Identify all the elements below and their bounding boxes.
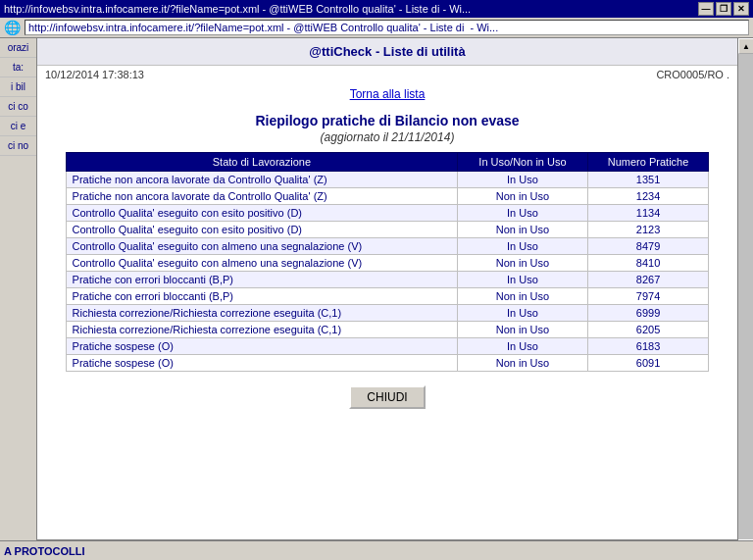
cell-stato: Controllo Qualita' eseguito con almeno u… <box>66 238 458 255</box>
cell-stato: Pratiche non ancora lavorate da Controll… <box>66 172 458 188</box>
back-link[interactable]: Torna alla lista <box>350 87 426 101</box>
data-table: Stato di Lavorazione In Uso/Non in Uso N… <box>66 152 710 372</box>
sidebar-item-ibil[interactable]: i bil <box>0 77 36 97</box>
cell-numero: 8410 <box>587 255 709 272</box>
sidebar-item-cico[interactable]: ci co <box>0 97 36 117</box>
table-row: Controllo Qualita' eseguito con esito po… <box>66 205 709 222</box>
cell-stato: Pratiche sospese (O) <box>66 355 458 372</box>
table-row: Controllo Qualita' eseguito con esito po… <box>66 222 709 238</box>
left-sidebar: orazi ta: i bil ci co ci e ci no <box>0 38 37 555</box>
cell-uso: Non in Uso <box>458 288 587 305</box>
link-bar: Torna alla lista <box>37 83 737 105</box>
sidebar-item-cino[interactable]: ci no <box>0 136 36 156</box>
minimize-button[interactable]: — <box>698 2 714 16</box>
window-controls: — ❐ ✕ <box>698 2 749 16</box>
page-title: Riepilogo pratiche di Bilancio non evase <box>37 105 737 130</box>
cell-stato: Pratiche sospese (O) <box>66 338 458 355</box>
inner-content[interactable]: Torna alla lista Riepilogo pratiche di B… <box>37 83 737 539</box>
cell-stato: Pratiche con errori bloccanti (B,P) <box>66 288 458 305</box>
cell-numero: 1234 <box>587 188 709 205</box>
cell-numero: 6205 <box>587 322 709 338</box>
table-row: Richiesta correzione/Richiesta correzion… <box>66 322 709 338</box>
cell-stato: Pratiche con errori bloccanti (B,P) <box>66 272 458 288</box>
table-row: Pratiche sospese (O)In Uso6183 <box>66 338 709 355</box>
cell-numero: 6999 <box>587 305 709 322</box>
col-header-uso: In Uso/Non in Uso <box>458 153 587 172</box>
right-scrollbar: ▲ ▼ <box>737 38 753 555</box>
table-row: Pratiche non ancora lavorate da Controll… <box>66 188 709 205</box>
cell-uso: In Uso <box>458 305 587 322</box>
cell-stato: Controllo Qualita' eseguito con almeno u… <box>66 255 458 272</box>
cell-numero: 1351 <box>587 172 709 188</box>
cell-numero: 6183 <box>587 338 709 355</box>
sidebar-item-cie[interactable]: ci e <box>0 117 36 136</box>
address-bar: 🌐 <box>0 18 753 38</box>
info-bar: 10/12/2014 17:38:13 CRO0005/RO . <box>37 66 737 83</box>
main-layout: orazi ta: i bil ci co ci e ci no @ttiChe… <box>0 38 753 555</box>
table-header-row: Stato di Lavorazione In Uso/Non in Uso N… <box>66 153 709 172</box>
cell-uso: Non in Uso <box>458 222 587 238</box>
cell-stato: Controllo Qualita' eseguito con esito po… <box>66 205 458 222</box>
cell-numero: 1134 <box>587 205 709 222</box>
cell-uso: Non in Uso <box>458 322 587 338</box>
datetime-label: 10/12/2014 17:38:13 <box>45 69 144 80</box>
status-label: A PROTOCOLLI <box>4 545 85 557</box>
status-bar: A PROTOCOLLI <box>0 540 753 560</box>
content-area: @ttiCheck - Liste di utilità 10/12/2014 … <box>37 38 737 555</box>
cell-uso: In Uso <box>458 205 587 222</box>
cell-stato: Controllo Qualita' eseguito con esito po… <box>66 222 458 238</box>
cell-stato: Richiesta correzione/Richiesta correzion… <box>66 322 458 338</box>
scroll-up-button[interactable]: ▲ <box>738 38 753 54</box>
window-title: http://infowebsv.intra.infocamere.it/?fi… <box>4 3 698 15</box>
cell-numero: 8479 <box>587 238 709 255</box>
table-row: Pratiche con errori bloccanti (B,P)In Us… <box>66 272 709 288</box>
table-row: Controllo Qualita' eseguito con almeno u… <box>66 255 709 272</box>
sidebar-item-ta[interactable]: ta: <box>0 58 36 77</box>
table-row: Controllo Qualita' eseguito con almeno u… <box>66 238 709 255</box>
browser-icon: 🌐 <box>4 20 21 35</box>
cell-numero: 2123 <box>587 222 709 238</box>
cell-uso: Non in Uso <box>458 255 587 272</box>
cell-uso: In Uso <box>458 272 587 288</box>
cell-uso: Non in Uso <box>458 188 587 205</box>
vertical-scroll-track[interactable] <box>738 54 753 539</box>
header-bar: @ttiCheck - Liste di utilità <box>37 38 737 66</box>
chiudi-button[interactable]: CHIUDI <box>349 385 425 409</box>
table-row: Pratiche non ancora lavorate da Controll… <box>66 172 709 188</box>
user-label: CRO0005/RO . <box>656 69 729 80</box>
col-header-stato: Stato di Lavorazione <box>66 153 458 172</box>
cell-numero: 6091 <box>587 355 709 372</box>
page-subtitle: (aggiornato il 21/11/2014) <box>37 130 737 152</box>
cell-stato: Pratiche non ancora lavorate da Controll… <box>66 188 458 205</box>
restore-button[interactable]: ❐ <box>716 2 731 16</box>
cell-uso: In Uso <box>458 172 587 188</box>
header-title: @ttiCheck - Liste di utilità <box>47 44 728 59</box>
col-header-numero: Numero Pratiche <box>587 153 709 172</box>
address-input[interactable] <box>25 20 749 35</box>
close-button[interactable]: ✕ <box>733 2 749 16</box>
table-row: Pratiche con errori bloccanti (B,P)Non i… <box>66 288 709 305</box>
cell-stato: Richiesta correzione/Richiesta correzion… <box>66 305 458 322</box>
window-titlebar: http://infowebsv.intra.infocamere.it/?fi… <box>0 0 753 18</box>
cell-uso: In Uso <box>458 338 587 355</box>
table-row: Richiesta correzione/Richiesta correzion… <box>66 305 709 322</box>
cell-uso: Non in Uso <box>458 355 587 372</box>
cell-numero: 8267 <box>587 272 709 288</box>
table-row: Pratiche sospese (O)Non in Uso6091 <box>66 355 709 372</box>
sidebar-item-orazi[interactable]: orazi <box>0 38 36 58</box>
cell-uso: In Uso <box>458 238 587 255</box>
cell-numero: 7974 <box>587 288 709 305</box>
button-area: CHIUDI <box>37 372 737 423</box>
